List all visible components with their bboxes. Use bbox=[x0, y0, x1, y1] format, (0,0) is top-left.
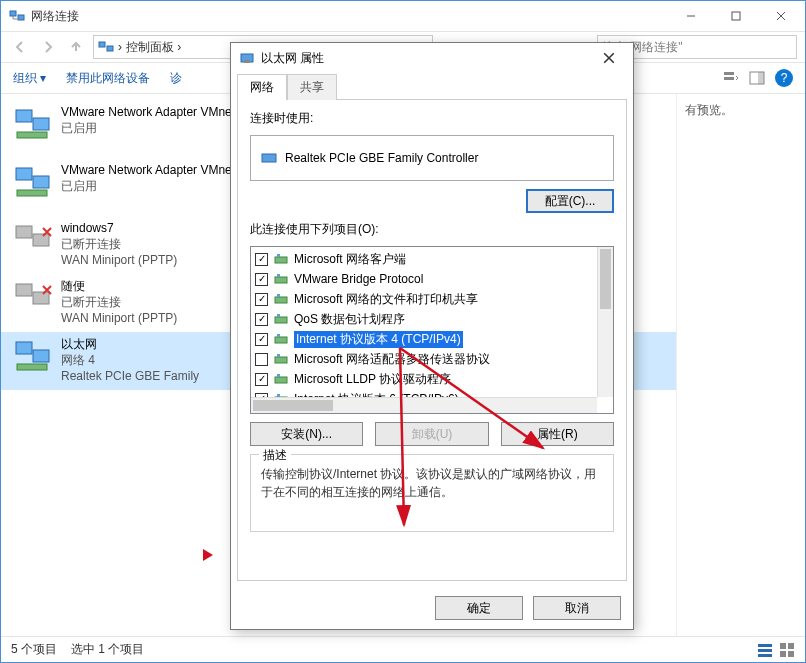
adapter-icon bbox=[13, 336, 53, 376]
protocol-item[interactable]: Internet 协议版本 6 (TCP/IPv6) bbox=[251, 389, 597, 397]
protocol-checkbox[interactable] bbox=[255, 273, 268, 286]
description-text: 传输控制协议/Internet 协议。该协议是默认的广域网络协议，用于在不同的相… bbox=[261, 465, 603, 501]
svg-rect-37 bbox=[277, 294, 280, 297]
protocol-item[interactable]: Microsoft 网络的文件和打印机共享 bbox=[251, 289, 597, 309]
protocol-icon bbox=[274, 372, 288, 386]
dialog-title: 以太网 属性 bbox=[261, 50, 324, 67]
connect-using-label: 连接时使用: bbox=[250, 110, 614, 127]
protocol-checkbox[interactable] bbox=[255, 353, 268, 366]
back-button[interactable] bbox=[9, 36, 31, 58]
svg-rect-4 bbox=[107, 46, 113, 51]
properties-button[interactable]: 属性(R) bbox=[501, 422, 614, 446]
svg-rect-41 bbox=[277, 334, 280, 337]
svg-rect-8 bbox=[758, 72, 764, 84]
preview-pane: 有预览。 bbox=[676, 94, 805, 636]
protocol-checkbox[interactable] bbox=[255, 293, 268, 306]
protocol-listbox[interactable]: Microsoft 网络客户端VMware Bridge ProtocolMic… bbox=[250, 246, 614, 414]
svg-rect-12 bbox=[16, 168, 32, 180]
up-button[interactable] bbox=[65, 36, 87, 58]
preview-pane-icon[interactable] bbox=[749, 70, 765, 86]
svg-rect-13 bbox=[33, 176, 49, 188]
svg-rect-11 bbox=[17, 132, 47, 138]
protocol-icon bbox=[274, 332, 288, 346]
forward-button[interactable] bbox=[37, 36, 59, 58]
svg-rect-17 bbox=[16, 284, 32, 296]
tab-network[interactable]: 网络 bbox=[237, 74, 287, 100]
protocol-item[interactable]: Microsoft 网络客户端 bbox=[251, 249, 597, 269]
controller-box: Realtek PCIe GBE Family Controller bbox=[250, 135, 614, 181]
organize-menu[interactable]: 组织 ▾ bbox=[13, 70, 46, 87]
configure-button[interactable]: 配置(C)... bbox=[526, 189, 614, 213]
adapter-icon bbox=[13, 220, 53, 260]
ok-button[interactable]: 确定 bbox=[435, 596, 523, 620]
protocol-checkbox[interactable] bbox=[255, 313, 268, 326]
protocol-icon bbox=[274, 352, 288, 366]
svg-rect-22 bbox=[758, 644, 772, 647]
cancel-button[interactable]: 取消 bbox=[533, 596, 621, 620]
protocol-item[interactable]: Microsoft LLDP 协议驱动程序 bbox=[251, 369, 597, 389]
details-view-icon[interactable] bbox=[757, 642, 773, 658]
svg-rect-3 bbox=[99, 42, 105, 47]
diagnose-button[interactable]: 诊 bbox=[170, 70, 182, 87]
minimize-button[interactable] bbox=[668, 2, 713, 30]
svg-rect-35 bbox=[277, 274, 280, 277]
svg-rect-5 bbox=[724, 72, 734, 75]
nic-icon bbox=[261, 150, 277, 166]
protocol-item[interactable]: Internet 协议版本 4 (TCP/IPv4) bbox=[251, 329, 597, 349]
protocol-label: Microsoft 网络的文件和打印机共享 bbox=[294, 291, 478, 308]
svg-rect-32 bbox=[275, 257, 287, 263]
svg-rect-30 bbox=[244, 60, 250, 63]
protocol-label: VMware Bridge Protocol bbox=[294, 272, 423, 286]
tab-sharing[interactable]: 共享 bbox=[287, 74, 337, 100]
svg-rect-18 bbox=[33, 292, 49, 304]
maximize-button[interactable] bbox=[713, 2, 758, 30]
ethernet-icon bbox=[239, 50, 255, 66]
protocol-label: Microsoft LLDP 协议驱动程序 bbox=[294, 371, 451, 388]
svg-rect-9 bbox=[16, 110, 32, 122]
svg-rect-33 bbox=[277, 254, 280, 257]
view-menu-icon[interactable] bbox=[723, 70, 739, 86]
protocol-label: Microsoft 网络客户端 bbox=[294, 251, 406, 268]
dialog-titlebar: 以太网 属性 bbox=[231, 43, 633, 73]
close-button[interactable] bbox=[758, 2, 803, 30]
svg-rect-24 bbox=[758, 654, 772, 657]
properties-dialog: 以太网 属性 网络 共享 连接时使用: Realtek PCIe GBE Fam… bbox=[230, 42, 634, 630]
disable-device-button[interactable]: 禁用此网络设备 bbox=[66, 70, 150, 87]
help-button[interactable]: ? bbox=[775, 69, 793, 87]
description-title: 描述 bbox=[259, 447, 291, 464]
svg-rect-27 bbox=[780, 651, 786, 657]
horizontal-scrollbar[interactable] bbox=[251, 397, 597, 413]
svg-rect-6 bbox=[724, 77, 734, 80]
protocol-checkbox[interactable] bbox=[255, 373, 268, 386]
protocol-item[interactable]: Microsoft 网络适配器多路传送器协议 bbox=[251, 349, 597, 369]
vertical-scrollbar[interactable] bbox=[597, 247, 613, 397]
svg-rect-38 bbox=[275, 317, 287, 323]
dialog-body: 连接时使用: Realtek PCIe GBE Family Controlle… bbox=[237, 99, 627, 581]
protocol-checkbox[interactable] bbox=[255, 253, 268, 266]
status-selected-count: 选中 1 个项目 bbox=[71, 641, 144, 658]
svg-rect-16 bbox=[33, 234, 49, 246]
window-title: 网络连接 bbox=[31, 8, 79, 25]
adapter-icon bbox=[13, 162, 53, 202]
dialog-close-button[interactable] bbox=[589, 45, 629, 71]
svg-rect-15 bbox=[16, 226, 32, 238]
svg-rect-44 bbox=[275, 377, 287, 383]
install-button[interactable]: 安装(N)... bbox=[250, 422, 363, 446]
svg-rect-34 bbox=[275, 277, 287, 283]
adapter-icon bbox=[13, 104, 53, 144]
svg-rect-20 bbox=[33, 350, 49, 362]
uninstall-button: 卸载(U) bbox=[375, 422, 488, 446]
svg-rect-36 bbox=[275, 297, 287, 303]
protocol-item[interactable]: QoS 数据包计划程序 bbox=[251, 309, 597, 329]
adapter-icon bbox=[13, 278, 53, 318]
icons-view-icon[interactable] bbox=[779, 642, 795, 658]
protocol-item[interactable]: VMware Bridge Protocol bbox=[251, 269, 597, 289]
controller-name: Realtek PCIe GBE Family Controller bbox=[285, 151, 478, 165]
svg-rect-28 bbox=[788, 651, 794, 657]
protocol-icon bbox=[274, 252, 288, 266]
svg-rect-42 bbox=[275, 357, 287, 363]
protocol-checkbox[interactable] bbox=[255, 333, 268, 346]
protocol-icon bbox=[274, 292, 288, 306]
status-bar: 5 个项目 选中 1 个项目 bbox=[1, 636, 805, 662]
protocol-label: Microsoft 网络适配器多路传送器协议 bbox=[294, 351, 490, 368]
